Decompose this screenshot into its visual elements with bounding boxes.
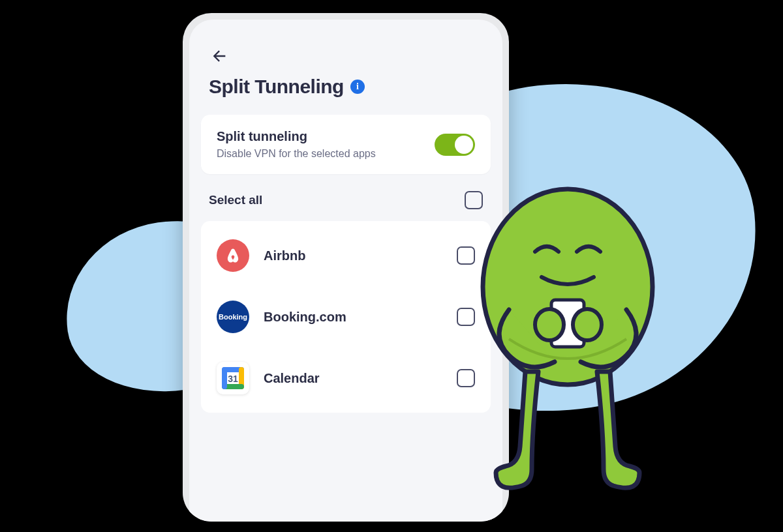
app-name-label: Calendar [264,371,442,386]
svg-rect-4 [222,367,227,389]
booking-icon: Booking [217,301,249,333]
airbnb-icon [217,239,249,272]
app-row-booking[interactable]: Booking Booking.com [201,286,491,347]
info-icon[interactable]: i [350,80,365,94]
split-tunneling-toggle[interactable] [435,134,475,156]
page-title: Split Tunneling [209,76,344,98]
app-row-airbnb[interactable]: Airbnb [201,225,491,286]
back-arrow-icon [210,47,228,65]
app-name-label: Booking.com [264,310,442,325]
toggle-knob [455,136,473,154]
svg-point-8 [535,309,564,340]
card-subtitle: Disable VPN for the selected apps [217,148,376,160]
select-all-label: Select all [209,193,262,207]
page-title-row: Split Tunneling i [209,76,483,98]
split-tunneling-card: Split tunneling Disable VPN for the sele… [201,115,491,174]
svg-point-9 [573,309,602,340]
mascot-illustration [463,170,679,522]
phone-mockup: Split Tunneling i Split tunneling Disabl… [183,13,509,522]
svg-text:31: 31 [228,374,238,384]
app-name-label: Airbnb [264,248,442,263]
phone-screen: Split Tunneling i Split tunneling Disabl… [189,20,502,522]
app-row-calendar[interactable]: 31 Calendar [201,347,491,409]
calendar-icon: 31 [217,362,249,394]
card-title: Split tunneling [217,129,376,144]
app-list: Airbnb Booking Booking.com [201,221,491,413]
back-button[interactable] [209,46,230,66]
select-all-row: Select all [209,191,483,209]
